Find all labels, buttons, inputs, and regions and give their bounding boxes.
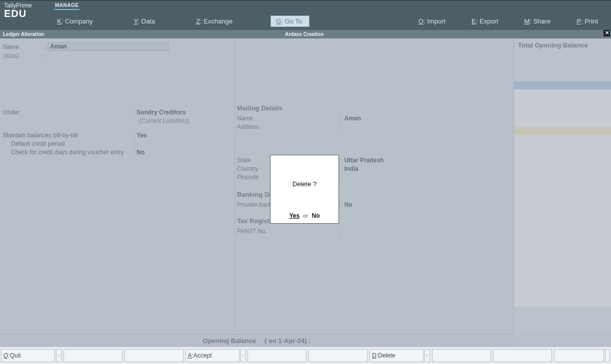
creditperiod-label: Default credit period bbox=[3, 140, 131, 147]
mailing-heading: Mailing Details bbox=[237, 104, 512, 112]
delete-dialog: Delete ? Yes or No bbox=[270, 155, 339, 224]
accept-caret[interactable]: ^ bbox=[240, 349, 246, 362]
blue-strip bbox=[514, 81, 611, 89]
cream-strip bbox=[514, 127, 611, 135]
bbar-empty-6 bbox=[493, 349, 552, 362]
mailing-name-label: Name bbox=[237, 115, 337, 122]
opening-balance-date: ( on 1-Apr-24) : bbox=[264, 337, 310, 345]
dialog-yes-button[interactable]: Yes bbox=[289, 212, 300, 219]
title-left: Ledger Alteration bbox=[0, 31, 44, 37]
bbar-end-caret[interactable] bbox=[605, 349, 610, 362]
tax-pan-label: PAN/IT No. bbox=[237, 228, 337, 235]
alias-label: (alias) bbox=[3, 52, 42, 59]
accept-button[interactable]: A: Accept bbox=[186, 349, 240, 362]
delete-button[interactable]: D: Delete bbox=[370, 349, 424, 362]
under-label: Under bbox=[3, 109, 131, 116]
total-opening-balance-label: Total Opening Balance bbox=[514, 38, 611, 52]
opening-balance-label: Opening Balance bbox=[203, 337, 256, 345]
under-subgroup: (Current Liabilities) bbox=[139, 117, 190, 124]
name-input[interactable]: Aman bbox=[48, 42, 168, 51]
mailing-name-value[interactable]: Aman bbox=[344, 115, 361, 122]
menu-import[interactable]: O: Import bbox=[416, 16, 448, 26]
menu-company[interactable]: K: Company bbox=[54, 16, 96, 26]
menu-share[interactable]: M: Share bbox=[522, 16, 554, 26]
quit-caret[interactable]: ^ bbox=[56, 349, 62, 362]
banking-provide-value[interactable]: No bbox=[344, 201, 352, 208]
menu-exchange[interactable]: Z: Exchange bbox=[193, 16, 236, 26]
quit-button[interactable]: Q: Quit bbox=[1, 349, 55, 362]
mailing-country-value[interactable]: India bbox=[344, 165, 358, 172]
bbar-empty-3 bbox=[248, 349, 306, 362]
bbar-empty-5 bbox=[432, 349, 491, 362]
title-bar: Ledger Alteration Ardass Creation ✕ bbox=[0, 30, 611, 38]
billbybill-value[interactable]: Yes bbox=[136, 132, 147, 139]
checkcredit-value[interactable]: No bbox=[136, 149, 144, 156]
top-bar: TallyPrime MANAGE EDU K: Company Y: Data… bbox=[0, 0, 611, 30]
delete-caret[interactable]: ^ bbox=[424, 349, 430, 362]
dialog-no-button[interactable]: No bbox=[312, 212, 320, 219]
bottom-bar: Q: Quit ^ A: Accept ^ D: Delete ^ bbox=[0, 347, 611, 364]
menu-goto[interactable]: G: Go To bbox=[270, 15, 310, 27]
menu-print[interactable]: P: Print bbox=[574, 16, 601, 26]
mailing-state-value[interactable]: Uttar Pradesh bbox=[344, 157, 384, 164]
manage-tab[interactable]: MANAGE bbox=[54, 0, 80, 10]
billbybill-label: Maintain balances bill-by-bill bbox=[3, 132, 131, 139]
close-icon[interactable]: ✕ bbox=[604, 30, 610, 36]
under-value: Sundry Creditors bbox=[136, 109, 186, 116]
checkcredit-label: Check for credit days during voucher ent… bbox=[3, 149, 131, 156]
mailing-address-label: Address bbox=[237, 123, 337, 130]
left-column: Name : Aman (alias) : Under : Sundry Cre… bbox=[0, 38, 233, 332]
name-label: Name bbox=[3, 43, 42, 50]
opening-balance-bar: Opening Balance ( on 1-Apr-24) : bbox=[0, 334, 514, 347]
bbar-empty-2 bbox=[124, 349, 184, 362]
brand-line2: EDU bbox=[4, 8, 26, 19]
menu-data[interactable]: Y: Data bbox=[131, 16, 158, 26]
menu-export[interactable]: E: Export bbox=[468, 16, 501, 26]
bbar-empty-1 bbox=[64, 349, 122, 362]
right-column: Total Opening Balance bbox=[514, 38, 611, 332]
bbar-empty-7 bbox=[554, 349, 604, 362]
title-center: Ardass Creation bbox=[285, 31, 324, 37]
dialog-or: or bbox=[303, 213, 308, 219]
bbar-empty-4 bbox=[308, 349, 368, 362]
dialog-question: Delete ? bbox=[292, 180, 316, 188]
